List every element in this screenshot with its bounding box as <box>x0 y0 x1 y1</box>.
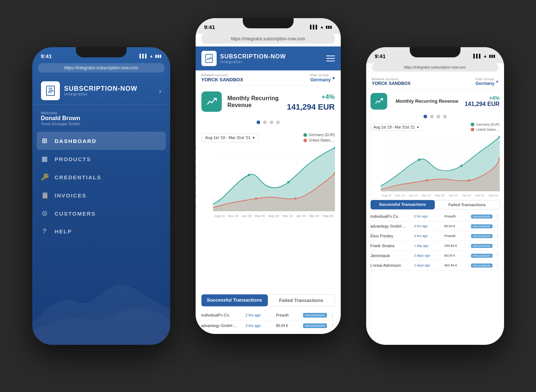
legend-dot-germany-right <box>471 123 474 126</box>
dot-1-right[interactable] <box>424 115 427 118</box>
signal-icon-left: ▌▌▌ <box>139 54 148 58</box>
us-point-1-right <box>425 179 427 181</box>
trans-menu-2-right[interactable]: ⋮ <box>495 224 500 229</box>
nav-item-help[interactable]: ? HELP <box>32 222 170 240</box>
nav-item-products[interactable]: ▦ PRODUCTS <box>32 150 170 168</box>
chart-wrapper-center: 7136005004003002001000 <box>201 146 335 218</box>
nav-item-invoices[interactable]: 📋 INVOICES <box>32 186 170 204</box>
account-label-right: Billwerk Account <box>372 77 411 81</box>
right-screen: 9:41 ▌▌▌ ▲ ▮▮▮ https://integrator.subscr… <box>366 47 504 345</box>
sidebar-arrow[interactable]: › <box>159 87 161 95</box>
trans-time-2-right: 3 hrs ago <box>414 224 441 228</box>
trans-amount-2-center: 80.04 € <box>276 324 300 328</box>
trans-menu-1-right[interactable]: ⋮ <box>495 214 500 219</box>
url-bar-right: https://integrator.subscription-now.com <box>372 63 498 72</box>
legend-label-germany-right: Germany (EUR) <box>476 123 500 126</box>
nav-item-credentials[interactable]: 🔑 CREDENTIALS <box>32 168 170 186</box>
account-name-right: YORCK SANDBOX <box>372 81 411 86</box>
trans-menu-3-right[interactable]: ⋮ <box>495 233 500 238</box>
header-sub-center: integrator <box>220 60 286 64</box>
nav-label-products: PRODUCTS <box>55 156 91 162</box>
trans-amount-1-center: Preauth <box>276 313 300 317</box>
tab-successful-center[interactable]: Successful Transactions <box>201 294 268 306</box>
chart-section-center: Aug 1st '19 - Mar 31st '21 ▾ Germany (EU… <box>196 128 341 294</box>
welcome-block: Welcome Donald Brown Yorck Grouppe GmbH. <box>32 108 170 132</box>
date-range-right[interactable]: Aug 1st '19 - Mar 31st '21 ▾ <box>371 123 422 131</box>
trans-time-1-center: 2 hrs ago <box>245 313 273 317</box>
trans-row-2-center: advantegy GmbH ... 3 hrs ago 80.04 € Wir… <box>201 320 335 331</box>
nav-item-dashboard[interactable]: ⊞ DASHBOARD <box>37 132 166 150</box>
dot-2-right[interactable] <box>430 115 434 118</box>
mrr-values-right: +4% 141,294 EUR <box>465 95 499 107</box>
dot-3-right[interactable] <box>437 115 440 118</box>
legend-label-us-right: United States ... <box>476 128 499 131</box>
date-range-center[interactable]: Aug 1st '19 - Mar 31st '21 ▾ <box>201 133 259 142</box>
url-bar-left: https://integrator.subscription-now.com <box>38 63 164 73</box>
hamburger-center[interactable] <box>326 56 335 61</box>
phone-center: 9:41 ▌▌▌ ▲ ▮▮▮ https://integrator.subscr… <box>196 18 341 334</box>
customers-icon: ⊙ <box>41 209 49 217</box>
plan-label-right: Plan Group <box>475 77 494 81</box>
phone-right-screen: 9:41 ▌▌▌ ▲ ▮▮▮ https://integrator.subscr… <box>366 47 504 345</box>
nav-label-credentials: CREDENTIALS <box>55 174 102 180</box>
plan-name-right: Germany <box>475 81 494 86</box>
mrr-growth-center: +4% <box>287 93 335 101</box>
phone-right: 9:41 ▌▌▌ ▲ ▮▮▮ https://integrator.subscr… <box>366 47 504 345</box>
trans-time-2-center: 3 hrs ago <box>245 324 273 328</box>
transactions-tabs-center: Successful Transactions Failed Transacti… <box>201 294 335 306</box>
wifi-icon-right: ▲ <box>483 54 487 58</box>
legend-dot-us-right <box>471 128 474 131</box>
products-icon: ▦ <box>41 155 49 163</box>
tab-successful-right[interactable]: Successful Transactions <box>371 200 435 209</box>
chart-controls-right: Aug 1st '19 - Mar 31st '21 ▾ Germany (EU… <box>371 123 500 131</box>
mrr-value-right: 141,294 EUR <box>465 101 499 107</box>
header-logo-svg-center <box>204 54 214 63</box>
trans-menu-icon-1-center[interactable]: ⋮ <box>330 312 335 318</box>
dropdown-chevron-right: ▾ <box>496 79 498 84</box>
chart-wrapper-right: 7136005004003002001000 <box>371 135 500 197</box>
dot-4-right[interactable] <box>443 115 447 118</box>
plan-label-center: Plan Group <box>310 73 331 77</box>
trans-badge-3-right: WirecardElastic <box>471 234 492 238</box>
trans-menu-6-right[interactable]: ⋮ <box>495 263 500 268</box>
trans-menu-5-right[interactable]: ⋮ <box>495 253 500 258</box>
account-dropdown-right[interactable]: Plan Group Germany ▾ <box>475 77 498 86</box>
dot-4-center[interactable] <box>276 121 280 124</box>
trans-amount-2-right: 80.04 € <box>444 224 468 228</box>
dot-3-center[interactable] <box>270 121 273 124</box>
welcome-label: Welcome <box>41 111 161 115</box>
sidebar-nav: ⊞ DASHBOARD ▦ PRODUCTS 🔑 CREDENTIALS 📋 I… <box>32 132 170 240</box>
trans-amount-3-right: Preauth <box>444 234 468 238</box>
hamburger-line-3 <box>326 61 335 61</box>
trans-name-3-right: Elvis Presley <box>371 234 412 238</box>
germany-point-2 <box>287 181 289 183</box>
transactions-section-right: Successful Transactions Failed Transacti… <box>366 199 504 272</box>
dot-2-center[interactable] <box>263 121 267 124</box>
trans-amount-5-right: 80.04 € <box>444 254 468 257</box>
account-label-center: Billwerk Account <box>201 73 244 77</box>
chart-controls-center: Aug 1st '19 - Mar 31st '21 ▾ Germany (EU… <box>201 133 335 142</box>
trans-badge-5-right: WirecardElastic <box>471 254 492 258</box>
nav-item-customers[interactable]: ⊙ CUSTOMERS <box>32 204 170 222</box>
trans-menu-icon-2-center[interactable]: ⋮ <box>330 323 335 328</box>
dots-row-right <box>366 113 504 121</box>
legend-item-us-right: United States ... <box>471 128 500 131</box>
tab-failed-right[interactable]: Failed Transactions <box>435 200 500 209</box>
legend-center: Germany (EUR) United States ... <box>303 133 335 142</box>
mrr-value-center: 141,294 EUR <box>287 102 335 112</box>
account-dropdown-center[interactable]: Plan Group Germany ▾ <box>310 73 335 82</box>
date-range-text-center: Aug 1st '19 - Mar 31st '21 <box>205 135 251 140</box>
trans-badge-1-right: WirecardElastic <box>471 215 492 219</box>
wifi-icon-center: ▲ <box>320 25 324 29</box>
dot-1-center[interactable] <box>257 121 260 124</box>
help-icon: ? <box>41 228 49 235</box>
trans-menu-4-right[interactable]: ⋮ <box>495 243 500 248</box>
mrr-trend-icon <box>206 96 217 107</box>
tab-failed-center[interactable]: Failed Transactions <box>268 294 335 306</box>
trans-time-6-right: 2 days ago <box>414 264 441 267</box>
mrr-card-center: Monthly Recurring Revenue +4% 141,294 EU… <box>196 86 341 118</box>
trans-time-1-right: 2 hrs ago <box>414 215 441 218</box>
account-item-center: Billwerk Account YORCK SANDBOX <box>201 73 244 82</box>
trans-time-5-right: 2 days ago <box>414 254 441 257</box>
trans-name-2-center: advantegy GmbH ... <box>201 323 243 328</box>
